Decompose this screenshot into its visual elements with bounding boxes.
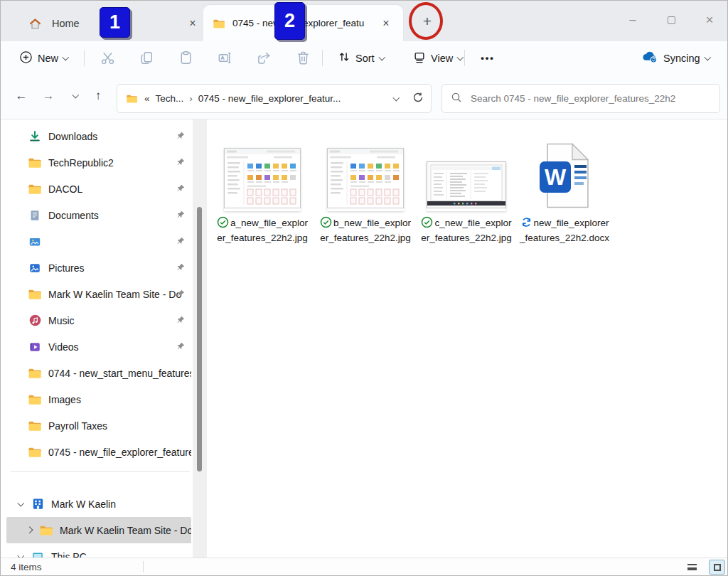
maximize-button[interactable] [656,8,686,32]
details-view-button[interactable] [684,560,700,575]
trash-icon [295,50,311,66]
sidebar-item-payroll-taxes[interactable]: Payroll Taxes [6,412,191,439]
chevron-down-icon[interactable] [15,503,27,506]
close-window-button[interactable]: × [695,8,724,32]
pin-icon[interactable] [176,341,186,353]
file-item-c-jpg[interactable]: c_new_file_explorer_features_22h2.jpg [419,143,513,245]
pin-icon[interactable] [176,314,186,327]
sidebar-item-images[interactable]: Images [6,386,191,412]
pin-icon[interactable] [176,288,186,301]
refresh-icon[interactable] [412,92,424,105]
sidebar-scrollbar[interactable] [193,119,207,559]
address-bar: ← → ↑ « Tech... › 0745 - new_file_explor… [1,75,728,119]
view-icon [413,50,426,65]
folder-icon [212,16,226,31]
tree-item-onedrive-account[interactable]: Mark W Kaelin [6,491,191,517]
breadcrumb-overflow-icon[interactable]: « [144,93,150,104]
sidebar-item-dacol[interactable]: DACOL [6,176,191,202]
copy-icon [139,50,155,66]
sidebar-item-0745-folder[interactable]: 0745 - new_file_explorer_features [6,439,191,465]
details-view-icon [687,564,697,570]
copy-button[interactable] [134,47,159,69]
downloads-icon [28,129,42,144]
chevron-down-icon[interactable] [392,94,399,100]
pin-icon[interactable] [176,235,186,248]
sidebar-item-techrepublic2[interactable]: TechRepublic2 [6,149,191,176]
forward-button[interactable]: → [38,85,59,107]
folder-icon [28,182,42,196]
sort-icon [338,50,350,65]
chevron-down-icon [704,53,710,60]
sidebar-item-label: Images [48,394,81,405]
breadcrumb[interactable]: « Tech... › 0745 - new_file_explorer_fea… [117,84,432,113]
pin-icon[interactable] [176,183,186,196]
sidebar-item-label: Music [48,315,75,326]
folder-icon [39,523,53,538]
back-button[interactable]: ← [11,85,32,107]
pin-icon[interactable] [176,209,186,222]
search-input[interactable] [469,92,711,105]
chevron-right-icon[interactable] [23,528,36,533]
sidebar-item-0744-folder[interactable]: 0744 - new_start_menu_features_2 [6,360,191,386]
cut-button[interactable] [95,47,119,69]
sync-cloud-icon [641,50,658,65]
sidebar-item-label: Mark W Kaelin Team Site - Do [48,289,181,300]
tab-close-icon[interactable]: × [378,15,395,32]
recent-locations-button[interactable] [65,85,86,107]
tab-close-icon[interactable]: × [184,15,201,32]
share-button[interactable] [252,47,276,69]
sidebar-item-downloads[interactable]: Downloads [6,123,191,149]
sidebar-item-music[interactable]: Music [6,307,191,334]
see-more-button[interactable]: ••• [474,47,501,69]
tree-item-team-site-selected[interactable]: Mark W Kaelin Team Site - Docu [6,517,191,543]
toolbar-divider [464,50,465,66]
file-item-docx[interactable]: W new_file_explorer_features_22h2.docx [518,143,611,245]
organization-icon [31,497,45,511]
body-area: Downloads TechRepublic2 DACOL Documents [1,119,728,559]
paste-button[interactable] [173,47,198,69]
file-item-b-jpg[interactable]: b_new_file_explorer_features_22h2.jpg [318,143,412,245]
folder-icon [28,156,42,170]
pin-icon[interactable] [176,130,186,143]
sidebar-item-documents[interactable]: Documents [6,202,191,228]
annotation-step-2: 2 [274,2,305,40]
up-button[interactable]: ↑ [87,85,109,107]
sidebar-item-team-site[interactable]: Mark W Kaelin Team Site - Do [6,281,191,307]
new-button[interactable]: New [14,47,74,69]
icons-view-button[interactable] [709,560,725,575]
sidebar-item-label: Payroll Taxes [48,420,107,432]
onedrive-sync-button[interactable]: Syncing [636,47,715,69]
file-thumbnail [427,161,506,211]
file-name-label: b_new_file_explorer_features_22h2.jpg [318,216,412,245]
pin-icon[interactable] [176,262,186,274]
delete-button[interactable] [291,47,315,69]
pin-icon[interactable] [176,156,186,169]
synced-status-icon [421,216,433,232]
file-item-a-jpg[interactable]: a_new_file_explorer_features_22h2.jpg [215,143,309,245]
scrollbar-thumb[interactable] [197,207,202,471]
file-name-label: a_new_file_explorer_features_22h2.jpg [215,216,309,245]
sidebar-item-unlabeled[interactable] [6,228,191,255]
music-icon [28,314,42,328]
paste-icon [178,50,194,66]
more-icon: ••• [481,53,495,63]
sidebar-item-label: Downloads [48,131,97,142]
rename-button[interactable] [213,47,237,69]
minimize-button[interactable]: – [618,8,648,32]
folder-icon [28,393,42,407]
tree-item-label: Mark W Kaelin Team Site - Docu [60,525,191,536]
folder-icon [28,366,42,380]
view-button[interactable]: View [407,47,469,69]
breadcrumb-segment-current[interactable]: 0745 - new_file_explorer_featur... [198,93,388,104]
tree-item-this-pc[interactable]: This PC [6,543,191,559]
sort-button[interactable]: Sort [332,47,390,69]
items-count: 4 items [11,558,42,575]
sidebar-item-videos[interactable]: Videos [6,334,191,360]
tree-item-label: Mark W Kaelin [51,498,116,510]
share-icon [256,50,272,66]
sidebar-item-pictures[interactable]: Pictures [6,255,191,281]
breadcrumb-segment[interactable]: Tech... [156,93,184,104]
sidebar-item-label: DACOL [48,183,82,195]
svg-text:W: W [545,164,567,190]
breadcrumb-separator: › [189,93,193,104]
